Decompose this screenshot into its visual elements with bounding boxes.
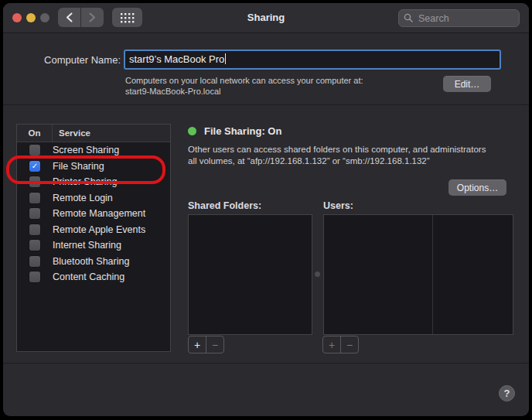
- service-list-header: On Service: [17, 125, 170, 142]
- shared-folders-add-remove: + −: [188, 336, 224, 353]
- checkbox[interactable]: ✓: [29, 256, 40, 267]
- back-button[interactable]: [58, 8, 80, 27]
- sharing-preferences-window: Sharing: [3, 3, 529, 416]
- service-row-content-caching[interactable]: ✓ Content Caching: [17, 269, 170, 285]
- text-caret: [225, 53, 226, 64]
- computer-name-caption: Computers on your local network can acce…: [125, 75, 435, 97]
- service-list: On Service ✓ Screen Sharing ✓ File Shari…: [16, 124, 171, 352]
- users-list-column-divider: [432, 215, 433, 334]
- status-dot-green: [188, 127, 196, 135]
- service-row-remote-apple-events[interactable]: ✓ Remote Apple Events: [17, 222, 170, 238]
- forward-button: [81, 8, 104, 27]
- service-row-internet-sharing[interactable]: ✓ Internet Sharing: [17, 237, 170, 254]
- checkbox[interactable]: ✓: [29, 193, 40, 203]
- service-row-remote-login[interactable]: ✓ Remote Login: [17, 190, 170, 207]
- minimize-button[interactable]: [26, 13, 36, 22]
- computer-name-label: Computer Name:: [14, 54, 121, 66]
- checkbox[interactable]: ✓: [29, 271, 40, 282]
- section-divider: [3, 363, 529, 364]
- options-button[interactable]: Options…: [448, 179, 506, 196]
- service-row-file-sharing[interactable]: ✓ File Sharing: [17, 159, 170, 175]
- title-bar: Sharing: [3, 3, 529, 33]
- zoom-button-disabled: [40, 13, 49, 22]
- service-row-screen-sharing[interactable]: ✓ Screen Sharing: [17, 142, 170, 159]
- shared-folders-list[interactable]: [188, 214, 312, 335]
- remove-shared-folder-button: −: [206, 336, 223, 353]
- search-field[interactable]: [398, 9, 520, 27]
- grid-icon: [120, 12, 135, 23]
- checkbox[interactable]: ✓: [29, 161, 40, 172]
- service-row-remote-management[interactable]: ✓ Remote Management: [17, 206, 170, 222]
- service-row-printer-sharing[interactable]: ✓ Printer Sharing: [17, 174, 170, 190]
- computer-name-input[interactable]: start9’s MacBook Pro: [124, 50, 501, 70]
- search-input[interactable]: [417, 12, 514, 25]
- chevron-left-icon: [66, 12, 73, 22]
- users-list[interactable]: [323, 214, 513, 335]
- users-add-remove: + −: [322, 336, 359, 353]
- service-row-bluetooth-sharing[interactable]: ✓ Bluetooth Sharing: [17, 254, 170, 270]
- chevron-right-icon: [89, 12, 96, 22]
- help-button[interactable]: ?: [499, 385, 515, 401]
- search-icon: [404, 12, 413, 26]
- column-header-service: Service: [53, 128, 90, 138]
- edit-button[interactable]: Edit…: [443, 76, 491, 92]
- remove-user-button: −: [341, 336, 358, 353]
- add-shared-folder-button[interactable]: +: [189, 336, 206, 353]
- status-title: File Sharing: On: [204, 125, 281, 137]
- close-button[interactable]: [12, 13, 22, 22]
- checkbox[interactable]: ✓: [29, 224, 40, 235]
- checkbox[interactable]: ✓: [29, 208, 40, 219]
- section-divider: [3, 104, 529, 105]
- column-header-on: On: [17, 125, 53, 142]
- checkbox[interactable]: ✓: [29, 176, 40, 187]
- shared-folders-label: Shared Folders:: [188, 200, 261, 211]
- add-user-button: +: [323, 336, 341, 353]
- checkbox[interactable]: ✓: [29, 145, 40, 155]
- checkbox[interactable]: ✓: [29, 240, 40, 251]
- pane-splitter-handle[interactable]: [315, 271, 320, 277]
- status-description: Other users can access shared folders on…: [188, 144, 517, 167]
- users-label: Users:: [323, 200, 353, 211]
- show-all-button[interactable]: [112, 8, 142, 27]
